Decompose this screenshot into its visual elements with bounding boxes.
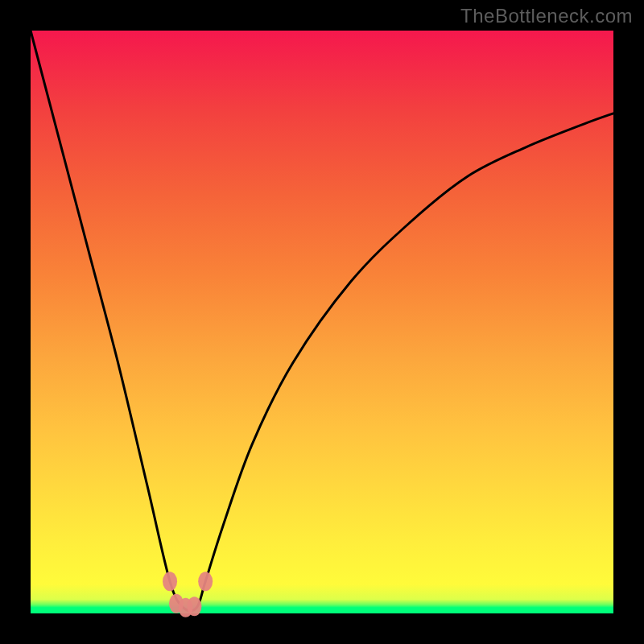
bottleneck-curve (31, 31, 613, 611)
curve-marker (163, 572, 177, 591)
watermark-text: TheBottleneck.com (460, 5, 633, 27)
curve-marker (198, 572, 213, 591)
chart-stage: TheBottleneck.com (0, 0, 644, 644)
curve-markers (163, 572, 213, 617)
curve-layer (31, 31, 613, 613)
plot-area (31, 31, 613, 613)
curve-marker (187, 597, 201, 616)
